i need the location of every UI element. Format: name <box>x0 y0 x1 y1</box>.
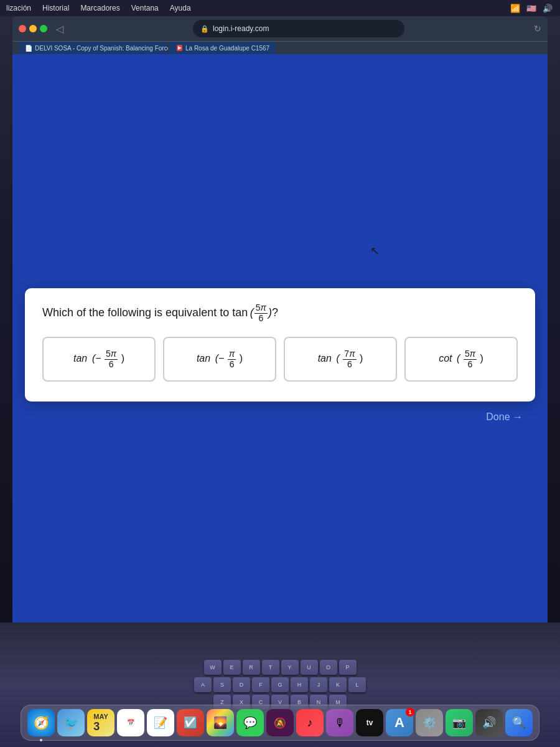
key-e[interactable]: E <box>223 660 241 675</box>
traffic-lights <box>19 25 47 32</box>
key-r[interactable]: R <box>243 660 260 675</box>
dock-facetime[interactable]: 📷 <box>446 709 473 736</box>
keyboard-row-2: A S D F G H J K L <box>194 677 366 692</box>
dock-safari[interactable]: 🧭 <box>27 709 55 736</box>
browser-chrome: ◁ 🔒 login.i-ready.com ↻ <box>12 16 548 41</box>
key-j[interactable]: J <box>310 677 327 692</box>
option-button-1[interactable]: tan (− 5π 6 ) <box>42 337 156 382</box>
tab-bar: 📄 DELVI SOSA - Copy of Spanish: Balancin… <box>12 41 548 54</box>
address-bar[interactable]: 🔒 login.i-ready.com <box>193 20 404 37</box>
quiz-wrapper: ↖ Which of the following is equivalent t… <box>12 54 548 657</box>
key-f[interactable]: F <box>252 677 269 692</box>
dock-photos[interactable]: 🌄 <box>207 709 234 736</box>
reload-button[interactable]: ↻ <box>534 24 541 34</box>
dock-search[interactable]: 🔍 <box>505 709 533 736</box>
menu-items: lización Historial Marcadores Ventana Ay… <box>6 4 191 12</box>
dock-messages[interactable]: 💬 <box>236 709 264 736</box>
key-u[interactable]: U <box>301 660 318 675</box>
dock-appletv[interactable]: tv <box>356 709 383 736</box>
flag-icon: 🇺🇸 <box>526 4 536 13</box>
menu-historial[interactable]: Historial <box>42 4 69 12</box>
url-text: login.i-ready.com <box>213 24 269 33</box>
done-button[interactable]: Done → <box>486 411 523 423</box>
question-text: Which of the following is equivalent to … <box>42 303 518 323</box>
key-w[interactable]: W <box>204 660 222 675</box>
key-h[interactable]: H <box>291 677 308 692</box>
menu-marcadores[interactable]: Marcadores <box>80 4 119 12</box>
close-window-button[interactable] <box>19 25 26 32</box>
option-button-4[interactable]: cot ( 5π 6 ) <box>404 337 518 382</box>
browser-window: ◁ 🔒 login.i-ready.com ↻ 📄 DELVI SOSA - C… <box>12 16 548 672</box>
menu-ventana[interactable]: Ventana <box>131 4 159 12</box>
volume-icon: 🔊 <box>543 4 553 13</box>
dock-podcasts[interactable]: 🎙 <box>326 709 353 736</box>
menu-bar: lización Historial Marcadores Ventana Ay… <box>0 0 560 16</box>
dock-todo[interactable]: ☑️ <box>177 709 204 736</box>
wifi-icon: 📶 <box>510 4 520 13</box>
dock-reminders[interactable]: 📝 <box>147 709 174 736</box>
key-d[interactable]: D <box>233 677 250 692</box>
key-p[interactable]: P <box>339 660 357 675</box>
dock-slack[interactable]: 🔕 <box>266 709 294 736</box>
browser-content: ↖ Which of the following is equivalent t… <box>12 54 548 672</box>
dock-music[interactable]: ♪ <box>296 709 324 736</box>
key-l[interactable]: L <box>348 677 366 692</box>
done-button-area: Done → <box>25 411 535 423</box>
key-o[interactable]: O <box>320 660 337 675</box>
tab-yt-icon: ▶ <box>175 44 183 52</box>
dock-system-prefs[interactable]: ⚙️ <box>416 709 443 736</box>
dock-safari-dot <box>40 739 42 741</box>
option-button-2[interactable]: tan (− π 6 ) <box>163 337 276 382</box>
options-row: tan (− 5π 6 ) tan (− <box>42 337 518 382</box>
option-button-3[interactable]: tan ( 7π 6 ) <box>284 337 397 382</box>
lock-icon: 🔒 <box>200 25 209 33</box>
key-t[interactable]: T <box>262 660 279 675</box>
menu-lización[interactable]: lización <box>6 4 31 12</box>
dock-notes[interactable]: MAY3 <box>87 709 114 736</box>
menu-bar-right: 📶 🇺🇸 🔊 <box>510 4 553 13</box>
dock-calendar[interactable]: 📅 <box>117 709 144 736</box>
keyboard-row-1: W E R T Y U O P <box>204 660 357 675</box>
key-s[interactable]: S <box>213 677 231 692</box>
dock: 🧭 🐦 MAY3 📅 📝 ☑️ 🌄 💬 🔕 ♪ 🎙 tv A 1 ⚙️ 📷 <box>21 705 539 741</box>
tab-document[interactable]: 📄 DELVI SOSA - Copy of Spanish: Balancin… <box>19 42 168 54</box>
key-a[interactable]: A <box>194 677 212 692</box>
key-g[interactable]: G <box>271 677 289 692</box>
maximize-window-button[interactable] <box>40 25 47 32</box>
dock-badge: 1 <box>406 708 414 716</box>
dock-finder[interactable]: 🐦 <box>57 709 85 736</box>
quiz-card: Which of the following is equivalent to … <box>25 288 535 402</box>
tab-doc-icon: 📄 <box>25 44 32 52</box>
back-button[interactable]: ◁ <box>52 21 67 36</box>
key-y[interactable]: Y <box>281 660 299 675</box>
dock-siri[interactable]: 🔊 <box>475 709 503 736</box>
minimize-window-button[interactable] <box>29 25 37 32</box>
dock-accessibility[interactable]: A 1 <box>386 709 413 736</box>
key-k[interactable]: K <box>329 677 347 692</box>
menu-ayuda[interactable]: Ayuda <box>170 4 191 12</box>
cursor: ↖ <box>370 244 380 258</box>
tab-youtube[interactable]: ▶ La Rosa de Guadalupe C1567 <box>169 42 276 54</box>
